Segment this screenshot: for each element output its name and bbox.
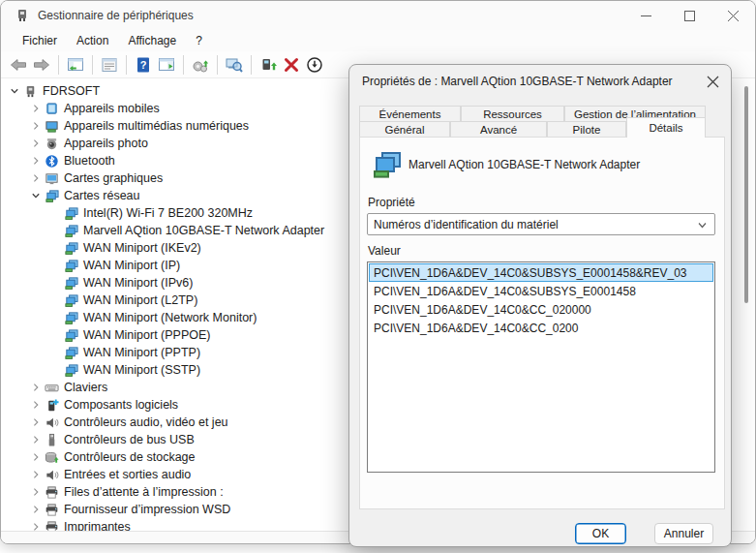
tree-item-label[interactable]: Entrées et sorties audio (60, 468, 191, 481)
tree-item-label[interactable]: Marvell AQtion 10GBASE-T Network Adapter (79, 224, 324, 237)
chevron-right-icon[interactable] (29, 433, 43, 446)
chevron-right-icon[interactable] (29, 450, 43, 464)
help-icon[interactable]: ? (133, 54, 154, 76)
tree-item-label[interactable]: WAN Miniport (L2TP) (79, 293, 197, 307)
forward-icon[interactable] (31, 54, 52, 76)
disable-device-icon[interactable] (304, 54, 325, 76)
scrollbar-thumb[interactable] (744, 86, 748, 303)
tree-item-label[interactable]: Cartes réseau (60, 189, 140, 202)
scan-hardware-icon[interactable] (190, 54, 211, 76)
mobile-device-icon (43, 101, 60, 116)
tree-item-label[interactable]: Bluetooth (60, 154, 115, 168)
close-button[interactable] (711, 1, 755, 30)
tree-item-label[interactable]: WAN Miniport (IP) (79, 259, 180, 272)
back-icon[interactable] (8, 54, 29, 76)
chevron-right-icon[interactable] (29, 381, 43, 394)
menu-bar: FichierActionAffichage? (1, 30, 755, 51)
network-adapter-icon (62, 205, 79, 221)
remote-computer-icon[interactable] (224, 54, 245, 76)
chevron-right-icon[interactable] (29, 503, 43, 516)
tree-item-label[interactable]: Appareils photo (60, 137, 148, 150)
tree-item-label[interactable]: Cartes graphiques (60, 171, 163, 185)
value-list-item[interactable]: PCI\VEN_1D6A&DEV_14C0&CC_020000 (369, 300, 713, 319)
value-label: Valeur (368, 244, 401, 258)
value-list-item[interactable]: PCI\VEN_1D6A&DEV_14C0&SUBSYS_E0001458 (369, 282, 713, 300)
tree-item-label[interactable]: WAN Miniport (SSTP) (79, 363, 200, 377)
media-device-icon (43, 118, 60, 134)
tab-avance[interactable]: Avancé (450, 121, 547, 138)
chevron-right-icon[interactable] (29, 398, 43, 412)
tree-item-label[interactable]: WAN Miniport (PPPOE) (79, 328, 211, 342)
tab-general[interactable]: Général (359, 121, 450, 138)
tree-item-label[interactable]: Appareils mobiles (60, 102, 160, 115)
tab-evenements[interactable]: Événements (359, 106, 461, 122)
tree-item-label[interactable]: FDRSOFT (39, 84, 100, 98)
cancel-button[interactable]: Annuler (654, 523, 713, 544)
menu-fichier[interactable]: Fichier (13, 32, 67, 50)
tab-ressources[interactable]: Ressources (461, 106, 564, 122)
tab-details[interactable]: Détails (626, 117, 706, 138)
network-adapter-icon (371, 149, 402, 178)
chevron-right-icon[interactable] (29, 119, 43, 133)
properties-icon[interactable] (99, 54, 120, 76)
tree-item-label[interactable]: Files d’attente à l’impression : (60, 485, 224, 499)
network-adapter-icon (62, 240, 79, 256)
tree-spacer (48, 206, 62, 220)
chevron-right-icon[interactable] (29, 171, 43, 185)
tree-scrollbar[interactable] (743, 82, 749, 531)
ok-button[interactable]: OK (575, 523, 626, 544)
chevron-right-icon[interactable] (29, 520, 43, 531)
bluetooth-icon (43, 153, 60, 169)
tree-item-label[interactable]: Contrôleurs de stockage (60, 450, 196, 464)
toolbar-separator (58, 55, 59, 75)
usb-icon (43, 432, 60, 447)
tree-item-label[interactable]: WAN Miniport (IKEv2) (79, 241, 201, 255)
value-listbox[interactable]: PCI\VEN_1D6A&DEV_14C0&SUBSYS_E0001458&RE… (367, 261, 715, 473)
menu-affichage[interactable]: Affichage (118, 32, 186, 50)
tree-item-label[interactable]: Claviers (60, 381, 107, 394)
tree-item-label[interactable]: Imprimantes (60, 520, 131, 531)
tree-item-label[interactable]: WAN Miniport (IPv6) (79, 276, 193, 290)
chevron-right-icon[interactable] (29, 485, 43, 499)
maximize-button[interactable] (668, 1, 711, 30)
tree-spacer (48, 259, 62, 272)
tree-item-label[interactable]: Intel(R) Wi-Fi 7 BE200 320MHz (79, 206, 253, 220)
dialog-close-icon[interactable] (702, 71, 723, 92)
value-list-item[interactable]: PCI\VEN_1D6A&DEV_14C0&SUBSYS_E0001458&RE… (369, 263, 713, 282)
network-adapter-icon (62, 275, 79, 291)
chevron-right-icon[interactable] (29, 102, 43, 115)
tree-item-label[interactable]: WAN Miniport (PPTP) (79, 346, 200, 359)
printer-icon (43, 519, 60, 531)
menu-?[interactable]: ? (186, 32, 212, 50)
tree-item-label[interactable]: Fournisseur d’impression WSD (60, 503, 230, 516)
chevron-down-icon[interactable] (8, 84, 21, 98)
printer-icon (43, 502, 60, 517)
chevron-right-icon[interactable] (29, 468, 43, 481)
window-title: Gestionnaire de périphériques (38, 9, 194, 22)
tree-item-label[interactable]: Composants logiciels (60, 398, 178, 412)
chevron-down-icon (697, 220, 708, 233)
tree-item-label[interactable]: Contrôleurs de bus USB (60, 433, 195, 446)
console-tree-icon[interactable] (65, 54, 86, 76)
tab-pilote[interactable]: Pilote (547, 121, 626, 138)
uninstall-icon[interactable] (281, 54, 302, 76)
display-adapter-icon (43, 170, 60, 186)
network-adapter-icon (43, 188, 60, 203)
tree-item-label[interactable]: Contrôleurs audio, vidéo et jeu (60, 415, 228, 429)
update-driver-icon[interactable] (257, 54, 279, 76)
menu-action[interactable]: Action (67, 32, 118, 50)
value-list-item[interactable]: PCI\VEN_1D6A&DEV_14C0&CC_0200 (369, 319, 713, 337)
network-adapter-icon (62, 292, 79, 308)
tree-item-label[interactable]: Appareils multimédias numériques (60, 119, 249, 133)
chevron-right-icon[interactable] (29, 154, 43, 168)
action-pane-icon[interactable] (156, 54, 177, 76)
minimize-button[interactable] (624, 1, 668, 30)
property-dropdown[interactable]: Numéros d’identification du matériel (367, 213, 715, 235)
network-adapter-icon (62, 310, 79, 325)
chevron-down-icon[interactable] (29, 189, 43, 202)
tree-item-label[interactable]: WAN Miniport (Network Monitor) (79, 311, 257, 324)
camera-icon (43, 136, 60, 151)
network-adapter-icon (62, 345, 79, 360)
chevron-right-icon[interactable] (29, 137, 43, 150)
chevron-right-icon[interactable] (29, 415, 43, 429)
